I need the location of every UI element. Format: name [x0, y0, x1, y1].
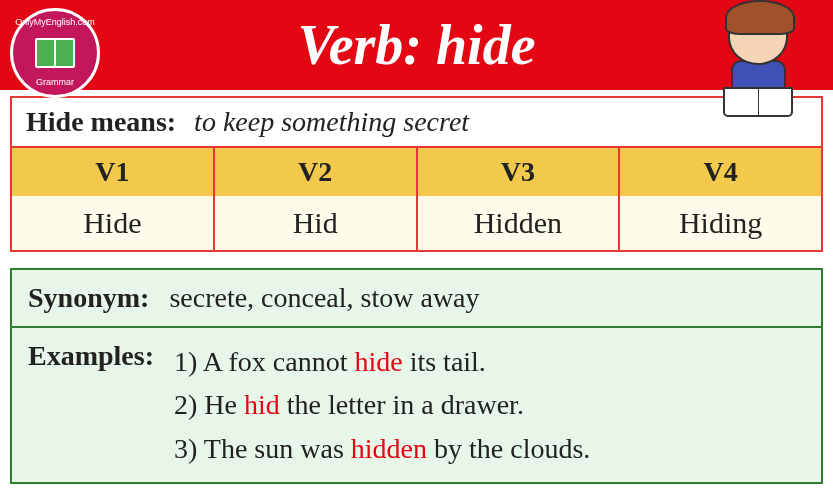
header-bar: OnlyMyEnglish.com Grammar Verb: hide [0, 0, 833, 90]
highlight-word: hid [244, 389, 280, 420]
definition-row: Hide means: to keep something secret [10, 96, 823, 148]
synonym-row: Synonym: secrete, conceal, stow away [12, 270, 821, 328]
table-body-row: Hide Hid Hidden Hiding [12, 196, 821, 250]
synonym-value: secrete, conceal, stow away [169, 282, 479, 314]
cell-v4: Hiding [620, 196, 821, 250]
examples-list: 1) A fox cannot hide its tail. 2) He hid… [174, 340, 590, 470]
col-header-v3: V3 [418, 148, 621, 196]
mascot-book-icon [723, 87, 793, 117]
col-header-v4: V4 [620, 148, 821, 196]
details-box: Synonym: secrete, conceal, stow away Exa… [10, 268, 823, 484]
example-item: 3) The sun was hidden by the clouds. [174, 427, 590, 470]
example-item: 2) He hid the letter in a drawer. [174, 383, 590, 426]
book-icon [35, 38, 75, 68]
mascot-illustration [703, 10, 813, 140]
example-item: 1) A fox cannot hide its tail. [174, 340, 590, 383]
examples-row: Examples: 1) A fox cannot hide its tail.… [12, 328, 821, 482]
synonym-label: Synonym: [28, 282, 149, 314]
cell-v2: Hid [215, 196, 418, 250]
site-logo: OnlyMyEnglish.com Grammar [10, 8, 100, 98]
definition-label: Hide means: [26, 106, 176, 138]
verb-forms-table: V1 V2 V3 V4 Hide Hid Hidden Hiding [10, 148, 823, 252]
col-header-v2: V2 [215, 148, 418, 196]
logo-text-bottom: Grammar [36, 77, 74, 87]
definition-value: to keep something secret [194, 106, 469, 138]
mascot-hair [725, 0, 795, 35]
mascot-head [728, 10, 788, 65]
cell-v3: Hidden [418, 196, 621, 250]
col-header-v1: V1 [12, 148, 215, 196]
cell-v1: Hide [12, 196, 215, 250]
highlight-word: hidden [351, 433, 427, 464]
page-title: Verb: hide [298, 13, 536, 77]
highlight-word: hide [354, 346, 402, 377]
examples-label: Examples: [28, 340, 154, 470]
logo-text-top: OnlyMyEnglish.com [15, 17, 95, 27]
table-header-row: V1 V2 V3 V4 [12, 148, 821, 196]
